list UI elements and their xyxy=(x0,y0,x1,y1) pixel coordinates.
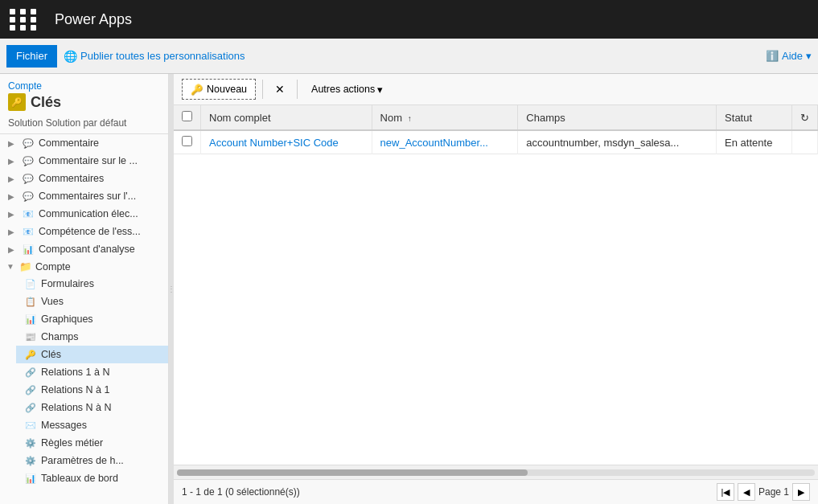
row-empty xyxy=(792,130,818,154)
sidebar-item-messages[interactable]: ✉️ Messages xyxy=(16,416,168,434)
refresh-icon[interactable]: ↻ xyxy=(800,112,809,124)
data-table-wrapper: Nom complet Nom ↑ Champs Statut xyxy=(174,105,818,465)
content-area: 🔑 Nouveau ✕ Autres actions ▾ xyxy=(174,74,818,504)
help-chevron-icon: ▾ xyxy=(806,50,812,62)
sidebar-item-relations-1-n[interactable]: 🔗 Relations 1 à N xyxy=(16,363,168,381)
row-champs: accountnumber, msdyn_salesa... xyxy=(518,130,717,154)
commentaire-icon: 💬 xyxy=(22,137,35,150)
col-refresh[interactable]: ↻ xyxy=(792,105,818,130)
sidebar-item-communication[interactable]: ▶ 📧 Communication élec... xyxy=(0,205,168,223)
prev-page-button[interactable]: ◀ xyxy=(738,483,755,501)
content-toolbar: 🔑 Nouveau ✕ Autres actions ▾ xyxy=(174,74,818,105)
help-button[interactable]: ℹ️ Aide ▾ xyxy=(766,50,812,62)
sidebar-item-relations-n-n[interactable]: 🔗 Relations N à N xyxy=(16,399,168,416)
relations-nn-icon: 🔗 xyxy=(24,401,37,414)
sidebar-item-formulaires[interactable]: 📄 Formulaires xyxy=(16,275,168,293)
tableaux-icon: 📊 xyxy=(24,472,37,485)
nouveau-button[interactable]: 🔑 Nouveau xyxy=(182,79,256,100)
commentaires-sur-icon: 💬 xyxy=(22,190,35,203)
autres-actions-button[interactable]: Autres actions ▾ xyxy=(304,79,390,100)
scrollbar-track[interactable] xyxy=(177,469,815,476)
expand-arrow-icon: ▶ xyxy=(8,227,18,236)
first-page-button[interactable]: |◀ xyxy=(717,483,734,501)
toolbar-divider xyxy=(262,80,263,99)
relations-1n-icon: 🔗 xyxy=(24,366,37,379)
col-nom-complet[interactable]: Nom complet xyxy=(201,105,372,130)
sidebar-entity-title: 🔑 Clés xyxy=(8,93,160,111)
sidebar-item-commentaire[interactable]: ▶ 💬 Commentaire xyxy=(0,134,168,152)
sidebar: Compte 🔑 Clés Solution Solution par défa… xyxy=(0,74,169,504)
commentaires-icon: 💬 xyxy=(22,172,35,185)
globe-icon: 🌐 xyxy=(64,50,77,63)
sort-asc-icon: ↑ xyxy=(408,114,412,123)
collapse-arrow-icon: ▼ xyxy=(6,262,16,271)
expand-arrow-icon: ▶ xyxy=(8,157,18,166)
sidebar-item-relations-n-1[interactable]: 🔗 Relations N à 1 xyxy=(16,381,168,399)
sidebar-group-compte[interactable]: ▼ 📁 Compte xyxy=(0,258,168,275)
row-checkbox-cell[interactable] xyxy=(174,130,201,154)
actions-chevron-icon: ▾ xyxy=(377,84,383,96)
file-button[interactable]: Fichier xyxy=(6,45,57,68)
cles-icon: 🔑 xyxy=(24,348,37,361)
main-layout: Compte 🔑 Clés Solution Solution par défa… xyxy=(0,74,818,504)
sidebar-item-parametres[interactable]: ⚙️ Paramètres de h... xyxy=(16,452,168,469)
competence-icon: 📧 xyxy=(22,225,35,238)
sidebar-item-competence[interactable]: ▶ 📧 Compétence de l'ess... xyxy=(0,223,168,240)
expand-arrow-icon: ▶ xyxy=(8,139,18,148)
sidebar-item-vues[interactable]: 📋 Vues xyxy=(16,293,168,310)
vues-icon: 📋 xyxy=(24,295,37,308)
sidebar-item-cles[interactable]: 🔑 Clés xyxy=(16,346,168,363)
expand-arrow-icon: ▶ xyxy=(8,192,18,201)
sidebar-breadcrumb[interactable]: Compte xyxy=(8,80,160,92)
delete-button[interactable]: ✕ xyxy=(269,79,290,100)
toolbar-divider-2 xyxy=(297,80,298,99)
expand-arrow-icon: ▶ xyxy=(8,245,18,254)
app-grid-icon[interactable] xyxy=(10,9,39,31)
col-nom[interactable]: Nom ↑ xyxy=(372,105,518,130)
sidebar-item-commentaires-sur[interactable]: ▶ 💬 Commentaires sur l'... xyxy=(0,187,168,205)
champs-icon: 📰 xyxy=(24,330,37,343)
col-statut[interactable]: Statut xyxy=(717,105,792,130)
top-bar: Power Apps xyxy=(0,0,818,39)
row-nom[interactable]: new_AccountNumber... xyxy=(372,130,518,154)
parametres-icon: ⚙️ xyxy=(24,454,37,467)
messages-icon: ✉️ xyxy=(24,419,37,432)
table-row: Account Number+SIC Code new_AccountNumbe… xyxy=(174,130,818,154)
select-all-checkbox[interactable] xyxy=(182,111,192,121)
row-statut: En attente xyxy=(717,130,792,154)
nouveau-icon: 🔑 xyxy=(191,84,203,96)
expand-arrow-icon: ▶ xyxy=(8,210,18,219)
sidebar-item-commentaire-sur-le[interactable]: ▶ 💬 Commentaire sur le ... xyxy=(0,152,168,170)
app-title: Power Apps xyxy=(55,11,132,28)
horizontal-scrollbar[interactable] xyxy=(174,465,818,479)
pagination: |◀ ◀ Page 1 ▶ xyxy=(717,483,810,501)
help-icon: ℹ️ xyxy=(766,50,779,62)
composant-icon: 📊 xyxy=(22,243,35,256)
select-all-header[interactable] xyxy=(174,105,201,130)
row-checkbox[interactable] xyxy=(182,136,192,146)
bottom-bar: 1 - 1 de 1 (0 sélectionné(s)) |◀ ◀ Page … xyxy=(174,479,818,504)
sidebar-header: Compte 🔑 Clés xyxy=(0,74,168,114)
sidebar-item-graphiques[interactable]: 📊 Graphiques xyxy=(16,310,168,328)
sidebar-item-tableaux[interactable]: 📊 Tableaux de bord xyxy=(16,469,168,487)
communication-icon: 📧 xyxy=(22,207,35,220)
col-champs[interactable]: Champs xyxy=(518,105,717,130)
sidebar-item-commentaires[interactable]: ▶ 💬 Commentaires xyxy=(0,170,168,187)
sidebar-item-regles[interactable]: ⚙️ Règles métier xyxy=(16,434,168,452)
record-info: 1 - 1 de 1 (0 sélectionné(s)) xyxy=(182,486,300,498)
publish-button[interactable]: 🌐 Publier toutes les personnalisations xyxy=(64,50,245,63)
sidebar-items-above: ▶ 💬 Commentaire ▶ 💬 Commentaire sur le .… xyxy=(0,134,168,258)
row-nom-complet[interactable]: Account Number+SIC Code xyxy=(201,130,372,154)
main-toolbar: Fichier 🌐 Publier toutes les personnalis… xyxy=(0,39,818,74)
page-label: Page 1 xyxy=(758,486,789,498)
next-page-button[interactable]: ▶ xyxy=(792,483,810,501)
scrollbar-thumb[interactable] xyxy=(177,469,528,476)
sidebar-item-composant[interactable]: ▶ 📊 Composant d'analyse xyxy=(0,240,168,258)
entity-icon: 🔑 xyxy=(8,93,26,111)
commentaire-sur-icon: 💬 xyxy=(22,154,35,167)
compte-folder-icon: 📁 xyxy=(19,260,32,272)
sidebar-account-children: 📄 Formulaires 📋 Vues 📊 Graphiques 📰 Cham… xyxy=(0,275,168,487)
sidebar-item-champs[interactable]: 📰 Champs xyxy=(16,328,168,346)
data-table: Nom complet Nom ↑ Champs Statut xyxy=(174,105,818,154)
table-header-row: Nom complet Nom ↑ Champs Statut xyxy=(174,105,818,130)
